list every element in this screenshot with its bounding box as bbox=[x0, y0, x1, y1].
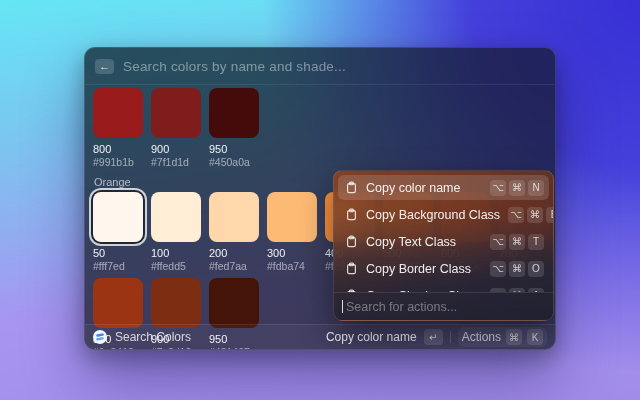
shortcut-keys: ⌥ ⌘ A bbox=[490, 288, 544, 293]
clipboard-icon bbox=[345, 262, 358, 275]
option-key-icon: ⌥ bbox=[490, 234, 506, 250]
actions-search-placeholder: Search for actions... bbox=[346, 300, 457, 314]
command-key-icon: ⌘ bbox=[509, 234, 525, 250]
shortcut-keys: ⌥ ⌘ O bbox=[490, 261, 544, 277]
shade-number: 900 bbox=[151, 143, 201, 155]
color-cell: 800 #991b1b bbox=[93, 88, 143, 168]
color-swatch[interactable] bbox=[151, 192, 201, 242]
search-colors-app-icon bbox=[93, 330, 107, 344]
color-cell: 900 #7f1d1d bbox=[151, 88, 201, 168]
action-menu-item[interactable]: Copy Border Class ⌥ ⌘ O bbox=[338, 256, 549, 281]
back-button[interactable]: ← bbox=[95, 59, 114, 74]
app-name: Search Colors bbox=[115, 330, 191, 344]
color-swatch[interactable] bbox=[267, 192, 317, 242]
clipboard-icon bbox=[345, 181, 358, 194]
footer-divider bbox=[450, 331, 451, 343]
shortcut-keys: ⌥ ⌘ T bbox=[490, 234, 544, 250]
actions-button-label: Actions bbox=[462, 330, 501, 344]
color-swatch[interactable] bbox=[209, 192, 259, 242]
shade-hex: #fed7aa bbox=[209, 260, 259, 272]
search-input[interactable]: Search colors by name and shade... bbox=[123, 59, 346, 74]
color-swatch[interactable] bbox=[93, 278, 143, 328]
command-key-icon: ⌘ bbox=[509, 288, 525, 293]
raycast-window: ← Search colors by name and shade... 800… bbox=[84, 47, 556, 350]
search-bar: ← Search colors by name and shade... bbox=[85, 48, 555, 85]
letter-key: B bbox=[546, 207, 553, 223]
letter-key: O bbox=[528, 261, 544, 277]
back-arrow-icon: ← bbox=[99, 59, 110, 73]
actions-search-input[interactable]: Search for actions... bbox=[334, 292, 553, 320]
color-cell: 200 #fed7aa bbox=[209, 192, 259, 272]
option-key-icon: ⌥ bbox=[490, 261, 506, 277]
k-key: K bbox=[527, 329, 543, 345]
color-swatch[interactable] bbox=[209, 88, 259, 138]
color-cell: 50 #fff7ed bbox=[93, 192, 143, 272]
shade-hex: #ffedd5 bbox=[151, 260, 201, 272]
color-swatch[interactable] bbox=[93, 88, 143, 138]
action-label: Copy Border Class bbox=[366, 262, 471, 276]
letter-key: N bbox=[528, 180, 544, 196]
action-label: Copy Shadow Class bbox=[366, 289, 479, 293]
shade-number: 800 bbox=[93, 143, 143, 155]
color-cell: 950 #450a0a bbox=[209, 88, 259, 168]
color-cell: 100 #ffedd5 bbox=[151, 192, 201, 272]
action-label: Copy color name bbox=[366, 181, 461, 195]
command-key-icon: ⌘ bbox=[509, 180, 525, 196]
clipboard-icon bbox=[345, 289, 358, 292]
color-cell: 300 #fdba74 bbox=[267, 192, 317, 272]
color-swatch[interactable] bbox=[151, 88, 201, 138]
text-cursor bbox=[342, 300, 343, 313]
shade-number: 950 bbox=[209, 143, 259, 155]
shade-number: 100 bbox=[151, 247, 201, 259]
command-key-icon: ⌘ bbox=[506, 329, 522, 345]
option-key-icon: ⌥ bbox=[490, 180, 506, 196]
letter-key: A bbox=[528, 288, 544, 293]
clipboard-icon bbox=[345, 235, 358, 248]
primary-action-label[interactable]: Copy color name bbox=[326, 330, 417, 344]
color-swatch[interactable] bbox=[151, 278, 201, 328]
option-key-icon: ⌥ bbox=[490, 288, 506, 293]
color-swatch[interactable] bbox=[209, 278, 259, 328]
footer-bar: Search Colors Copy color name ↵ Actions … bbox=[85, 324, 555, 349]
command-key-icon: ⌘ bbox=[509, 261, 525, 277]
shortcut-keys: ⌥ ⌘ N bbox=[490, 180, 544, 196]
action-menu-item[interactable]: Copy color name ⌥ ⌘ N bbox=[338, 175, 549, 200]
actions-popover: Copy color name ⌥ ⌘ N bbox=[333, 170, 554, 321]
command-key-icon: ⌘ bbox=[527, 207, 543, 223]
shade-hex: #450a0a bbox=[209, 156, 259, 168]
shade-number: 50 bbox=[93, 247, 143, 259]
desktop-background: ← Search colors by name and shade... 800… bbox=[0, 0, 640, 400]
actions-button[interactable]: Actions ⌘ K bbox=[458, 327, 547, 347]
color-swatch[interactable] bbox=[93, 192, 143, 242]
action-label: Copy Background Class bbox=[366, 208, 500, 222]
shade-hex: #fff7ed bbox=[93, 260, 143, 272]
actions-list: Copy color name ⌥ ⌘ N bbox=[334, 171, 553, 292]
shade-hex: #fdba74 bbox=[267, 260, 317, 272]
shade-number: 300 bbox=[267, 247, 317, 259]
red-shades-row: 800 #991b1b 900 #7f1d1d 950 #450a0a bbox=[93, 88, 547, 168]
action-label: Copy Text Class bbox=[366, 235, 456, 249]
return-key-icon: ↵ bbox=[424, 329, 443, 345]
shade-hex: #7f1d1d bbox=[151, 156, 201, 168]
action-menu-item[interactable]: Copy Shadow Class ⌥ ⌘ A bbox=[338, 283, 549, 292]
letter-key: T bbox=[528, 234, 544, 250]
shortcut-keys: ⌥ ⌘ B bbox=[508, 207, 553, 223]
action-menu-item[interactable]: Copy Text Class ⌥ ⌘ T bbox=[338, 229, 549, 254]
shade-number: 200 bbox=[209, 247, 259, 259]
shade-hex: #991b1b bbox=[93, 156, 143, 168]
action-menu-item[interactable]: Copy Background Class ⌥ ⌘ B bbox=[338, 202, 549, 227]
footer-actions: Copy color name ↵ Actions ⌘ K bbox=[326, 327, 547, 347]
option-key-icon: ⌥ bbox=[508, 207, 524, 223]
clipboard-icon bbox=[345, 208, 358, 221]
